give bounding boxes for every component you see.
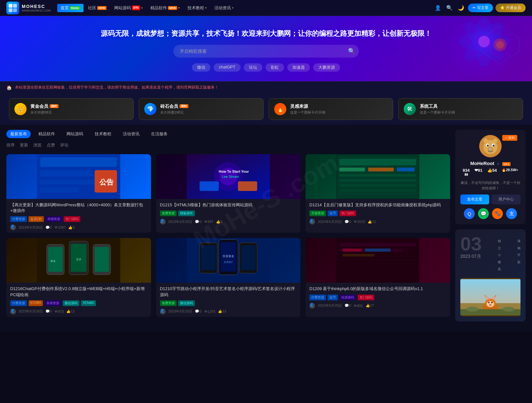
subtab-comments[interactable]: 评论 (60, 141, 68, 149)
svg-rect-43 (71, 244, 87, 272)
nav-news[interactable]: 活动资讯 ▾ (211, 4, 237, 12)
hero-tag-forum[interactable]: 论坛 (244, 63, 262, 72)
post-card-3[interactable]: D1214【去后门修复版】支持多程序授权的多功能画像授权系统php源码 开源资源… (306, 154, 450, 233)
post-card-2[interactable]: How To Start Your Live Stream D1215【HTML… (156, 154, 301, 233)
subtab-update[interactable]: 更新 (20, 141, 28, 149)
post-likes-1: 👍5 (68, 225, 75, 230)
nav-software-badge: NEW (168, 6, 177, 10)
cal-verse-3: 小 (498, 253, 501, 257)
subtab-views[interactable]: 浏览 (33, 141, 42, 149)
tag-free-2: 免费资源 (160, 210, 177, 216)
post-title-1: 【再次更新】大鹏源码网WordPress整站（4000+4000）条文章数据打包… (10, 202, 147, 214)
post-thumb-2: How To Start Your Live Stream (156, 154, 301, 199)
tag-source-6: 站源源码 (339, 295, 356, 300)
calendar-card: 03 2023 07月 独 立 小 楼 风 (455, 229, 526, 321)
post-card-4[interactable]: 签名 艺术 D1216ChatGP付费创作系统V2.0.8独立版+WEB端+H5… (6, 238, 151, 317)
filter-news[interactable]: 活动资讯 (119, 130, 143, 138)
post-thumb-3 (306, 154, 450, 199)
svg-point-81 (494, 145, 494, 146)
filter-tutorial[interactable]: 技术教程 (91, 130, 115, 138)
theme-icon[interactable]: 🌙 (457, 4, 465, 12)
tag-gold-6: 金币 (328, 295, 338, 300)
member-button[interactable]: ⭐ 开通会员 (496, 4, 526, 12)
nav-tutorial[interactable]: 技术教程 ▾ (184, 4, 210, 12)
checkin-badge[interactable]: ✓ 签到 (502, 135, 517, 141)
search-icon[interactable]: 🔍 (445, 4, 454, 12)
gold-badge: 限时 (50, 104, 59, 108)
write-button[interactable]: ✏ 写文章 (468, 4, 493, 12)
filter-software[interactable]: 精品软件 (35, 130, 59, 138)
gold-member-card[interactable]: 👑 黄金会员限时 永久特惠98元 (9, 98, 134, 120)
logo-icon (6, 2, 19, 14)
hero-tag-resources[interactable]: 大鹏资源 (313, 63, 340, 72)
post-meta-2: 👤 2023年6月25日 💬0 👁497 👍5 (160, 219, 297, 225)
hero-tag-accelerator[interactable]: 加速器 (287, 63, 310, 72)
post-card-5[interactable]: 抖音签名 艺术设计 D1210字节跳动小程序开发/抖音艺术签名小程序源码/艺术签… (156, 238, 301, 317)
qq-icon[interactable]: Q (464, 208, 475, 219)
filter-source[interactable]: 网站源码 (63, 130, 87, 138)
svg-point-98 (466, 307, 479, 312)
svg-rect-63 (365, 249, 391, 252)
nav-community-label: 社区 (88, 5, 96, 11)
svg-rect-1 (13, 4, 17, 8)
post-body-2: D1215【HTML5模板】热门游戏体验宣传网站源码 免费资源 模板插件 👤 2… (156, 199, 301, 227)
diamond-member-card[interactable]: 💎 砖石会员限时 永久特惠198元 (139, 98, 264, 120)
post-meta-4: 👤 2023年6月29日 💬0 👁973 👍12 (10, 309, 147, 314)
hero-tag-rainbow[interactable]: 彩虹 (266, 63, 284, 72)
subtab-likes[interactable]: 点赞 (47, 141, 55, 149)
post-likes-3: 👍11 (368, 220, 376, 224)
diamond-badge: 限时 (179, 104, 188, 108)
svg-point-5 (459, 17, 509, 67)
filter-latest[interactable]: 最新发布 (6, 130, 31, 138)
nav-right: 👤 🔍 🌙 ✏ 写文章 ⭐ 开通会员 (433, 4, 526, 12)
svg-rect-17 (40, 188, 79, 193)
nav-community[interactable]: 社区 NEW (85, 4, 110, 12)
post-thumb-4: 签名 艺术 (6, 238, 151, 283)
hero-tags: 微信 chatGPT 论坛 彩虹 加速器 大鹏资源 (6, 63, 526, 72)
tools-card[interactable]: 🛠 系统工具 这是一个图标卡片示例 (398, 98, 523, 120)
nav-software[interactable]: 精品软件 NEW ▾ (147, 4, 183, 12)
hero-section: 源码无限，成就梦想；资源共享，技术飞扬！欢迎来到大鹏网；让你的编程之路更加精彩，… (0, 16, 532, 81)
post-card-6[interactable]: D1209 基于thinkphp6.0的新版多域名微信公众号回调源码v1.1 付… (306, 238, 450, 317)
cal-verse-1: 独 (498, 239, 501, 243)
post-article-button[interactable]: 发布文章 (460, 194, 489, 204)
svg-rect-2 (9, 8, 12, 12)
post-views-6: 👁891 (353, 304, 363, 308)
tag-source-1: 亲测资源 (45, 216, 62, 222)
filter-life[interactable]: 生活服务 (147, 130, 171, 138)
post-avatar-5: 👤 (160, 309, 166, 314)
user-icon[interactable]: 👤 (433, 4, 442, 12)
tag-mini-4: 微信源码 (63, 300, 79, 306)
user-center-button[interactable]: 用户中心 (492, 194, 520, 204)
post-body-5: D1210字节跳动小程序开发/抖音艺术签名小程序源码/艺术签名设计小程序源码 免… (156, 283, 301, 317)
svg-text:How To Start Your: How To Start Your (218, 170, 249, 173)
hero-tag-weixin[interactable]: 微信 (192, 63, 210, 72)
paw-icon[interactable]: 🐾 (492, 208, 503, 219)
inspire-card[interactable]: 🔥 灵感来源 这是一个图标卡片示例 (269, 98, 393, 120)
post-tags-4: 付费资源 671965 亲测资源 微信源码 #ChatG (10, 300, 147, 306)
post-card-1[interactable]: 公告 【再次更新】大鹏源码网WordPress整站（4000+4000）条文章数… (6, 154, 151, 233)
notice-bar: 🏠 本站资源全部来自互联网收集，仅供用于学习和交流，请勿用于商业用途。如果喜欢某… (0, 81, 532, 93)
nav-home[interactable]: 首页 Home (57, 4, 83, 12)
post-comments-2: 💬0 (195, 220, 201, 224)
post-meta-6: 👤 2023年6月25日 💬0 👁891 👍27 (309, 303, 446, 309)
gold-desc: 永久特惠98元 (30, 110, 59, 115)
logo[interactable]: MOHESC WWW.MOHESC.COM (6, 2, 51, 14)
wechat-icon[interactable]: 💬 (478, 208, 489, 219)
search-input[interactable] (173, 45, 359, 58)
search-button[interactable]: 🔍 (348, 48, 355, 55)
alipay-icon[interactable]: 支 (506, 208, 517, 219)
tag-hot-6: 热门源码 (358, 295, 374, 300)
post-body-4: D1216ChatGP付费创作系统V2.0.8独立版+WEB端+H5端+小程序端… (6, 283, 151, 317)
post-thumb-5: 抖音签名 艺术设计 (156, 238, 301, 283)
gold-icon: 👑 (14, 103, 27, 115)
subtab-sort[interactable]: 排序 (6, 141, 15, 149)
post-meta-5: 👤 2023年6月25日 💬0 👁1375 👍13 (160, 309, 297, 314)
post-date-6: 2023年6月25日 (318, 303, 342, 308)
hero-tag-chatgpt[interactable]: chatGPT (214, 63, 240, 72)
tag-mini-5: 微信源码 (178, 300, 195, 306)
nav-items: 首页 Home 社区 NEW 网站源码 折扣 ▾ 精品软件 NEW ▾ 技术教程… (57, 4, 434, 12)
nav-source[interactable]: 网站源码 折扣 ▾ (111, 4, 146, 12)
search-box: 🔍 (173, 45, 359, 58)
post-thumb-6 (306, 238, 450, 283)
